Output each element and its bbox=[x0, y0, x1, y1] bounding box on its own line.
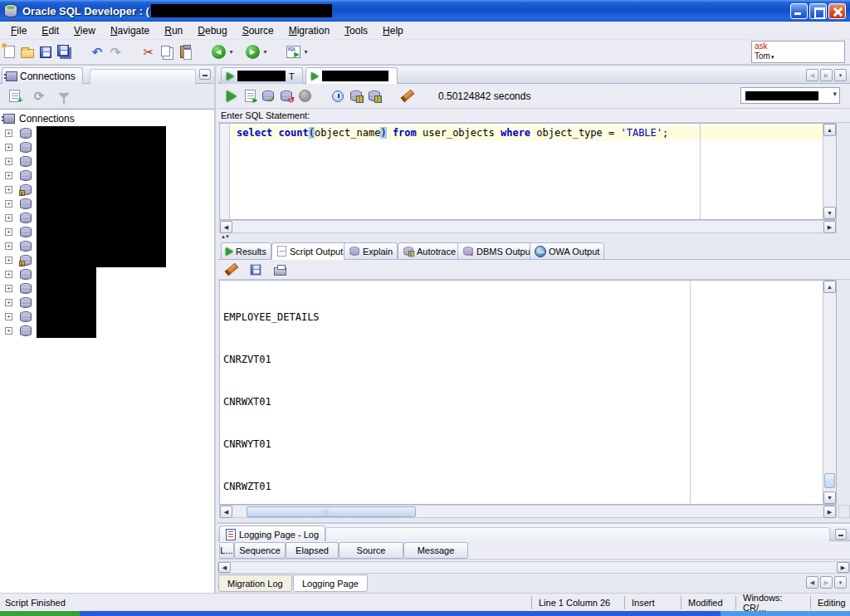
menu-file[interactable]: File bbox=[3, 23, 34, 38]
filter-button[interactable] bbox=[55, 87, 73, 105]
expand-icon[interactable] bbox=[5, 214, 12, 222]
dbms-profile-button[interactable] bbox=[365, 87, 383, 105]
cancel-button[interactable] bbox=[296, 87, 314, 105]
tab-dbms-output[interactable]: DBMS Output bbox=[457, 242, 538, 260]
menu-help[interactable]: Help bbox=[375, 23, 411, 38]
refresh-button[interactable] bbox=[30, 87, 48, 105]
expand-icon[interactable] bbox=[5, 228, 12, 236]
worksheet-tab-2[interactable] bbox=[305, 67, 398, 84]
autotrace-button[interactable] bbox=[347, 87, 365, 105]
clear-output-button[interactable] bbox=[222, 261, 241, 279]
cut-button[interactable]: ✂ bbox=[139, 43, 158, 61]
menu-navigate[interactable]: Navigate bbox=[103, 23, 157, 38]
scroll-right-button[interactable] bbox=[837, 562, 849, 573]
output-horizontal-scrollbar[interactable] bbox=[219, 505, 837, 518]
close-button[interactable] bbox=[828, 3, 846, 19]
menu-tools[interactable]: Tools bbox=[337, 23, 375, 38]
logging-page-tab[interactable]: Logging Page - Log bbox=[219, 526, 325, 543]
execute-statement-button[interactable] bbox=[222, 87, 241, 105]
connection-row[interactable] bbox=[0, 267, 214, 281]
connection-row[interactable] bbox=[0, 197, 214, 211]
connections-tab[interactable]: Connections bbox=[2, 67, 83, 84]
scroll-right-button[interactable] bbox=[823, 221, 836, 233]
scroll-left-button[interactable] bbox=[220, 221, 232, 233]
forward-dropdown[interactable] bbox=[261, 44, 269, 61]
column-header-elapsed[interactable]: Elapsed bbox=[286, 542, 339, 559]
connection-row[interactable] bbox=[0, 281, 214, 296]
sql-worksheet-button[interactable]: SQL bbox=[284, 43, 302, 61]
tab-owa-output[interactable]: OWA Output bbox=[530, 242, 604, 260]
menu-view[interactable]: View bbox=[66, 23, 103, 38]
tab-explain[interactable]: Explain bbox=[344, 242, 398, 260]
tab-autotrace[interactable]: Autotrace bbox=[398, 242, 461, 260]
connection-row[interactable] bbox=[0, 296, 214, 310]
expand-icon[interactable] bbox=[5, 200, 12, 208]
tree-root[interactable]: Connections bbox=[0, 110, 214, 126]
minimize-button[interactable] bbox=[790, 3, 808, 19]
log-horizontal-scrollbar[interactable] bbox=[217, 561, 850, 574]
tab-list-dropdown[interactable] bbox=[834, 576, 847, 589]
ask-tom-widget[interactable]: ask Tom bbox=[751, 41, 845, 63]
column-header-source[interactable]: Source bbox=[339, 542, 403, 559]
explain-plan-button[interactable] bbox=[329, 87, 347, 105]
column-header-level[interactable]: L... bbox=[219, 542, 234, 559]
connection-selector[interactable] bbox=[740, 87, 840, 104]
log-panel-minimize-button[interactable] bbox=[835, 529, 847, 540]
new-file-button[interactable] bbox=[0, 43, 18, 61]
scroll-left-button[interactable] bbox=[218, 562, 231, 573]
tab-scroll-right-button[interactable] bbox=[820, 69, 833, 81]
tab-scroll-right-button[interactable] bbox=[820, 576, 833, 589]
tab-script-output[interactable]: Script Output bbox=[271, 242, 348, 260]
menu-source[interactable]: Source bbox=[235, 23, 281, 38]
connection-row[interactable] bbox=[0, 140, 214, 154]
save-output-button[interactable] bbox=[247, 261, 265, 279]
expand-icon[interactable] bbox=[5, 158, 12, 165]
sql-statement[interactable]: select count(object_name) from user_obje… bbox=[231, 125, 823, 140]
commit-button[interactable] bbox=[259, 87, 277, 105]
splitter-handle[interactable] bbox=[221, 234, 229, 239]
paste-button[interactable] bbox=[176, 43, 194, 61]
scroll-left-button[interactable] bbox=[220, 506, 232, 518]
sql-worksheet-dropdown[interactable] bbox=[302, 44, 310, 61]
connection-row[interactable] bbox=[0, 324, 214, 338]
scroll-down-button[interactable] bbox=[823, 207, 836, 219]
rollback-button[interactable] bbox=[277, 87, 296, 105]
connection-row[interactable] bbox=[0, 169, 214, 183]
expand-icon[interactable] bbox=[5, 257, 12, 264]
connection-row[interactable] bbox=[0, 239, 214, 253]
forward-button[interactable] bbox=[243, 43, 261, 61]
worksheet-tab-1[interactable]: T bbox=[221, 67, 303, 84]
tab-results[interactable]: Results bbox=[221, 242, 271, 260]
expand-icon[interactable] bbox=[5, 172, 12, 179]
connections-tree[interactable]: Connections E E bbox=[0, 109, 214, 593]
expand-icon[interactable] bbox=[5, 186, 12, 193]
tab-scroll-left-button[interactable] bbox=[806, 576, 818, 589]
scroll-right-button[interactable] bbox=[823, 506, 836, 518]
script-output-area[interactable]: EMPLOYEE_DETAILS CNRZVT01 CNRWXT01 CNRWY… bbox=[219, 280, 837, 505]
new-connection-button[interactable]: + bbox=[5, 87, 23, 105]
expand-icon[interactable] bbox=[5, 285, 12, 292]
back-button[interactable] bbox=[209, 43, 227, 61]
expand-icon[interactable] bbox=[5, 327, 12, 335]
connection-row[interactable]: E bbox=[0, 183, 214, 197]
connection-row[interactable] bbox=[0, 126, 214, 140]
column-header-message[interactable]: Message bbox=[403, 542, 468, 559]
tab-migration-log[interactable]: Migration Log bbox=[218, 574, 292, 592]
save-button[interactable] bbox=[37, 43, 55, 61]
connection-row[interactable] bbox=[0, 310, 214, 324]
expand-icon[interactable] bbox=[5, 299, 12, 306]
panel-minimize-button[interactable] bbox=[199, 69, 211, 80]
run-script-button[interactable]: ▶ bbox=[241, 87, 259, 105]
editor-vertical-scrollbar[interactable] bbox=[823, 124, 836, 219]
column-header-sequence[interactable]: Sequence bbox=[234, 542, 286, 559]
expand-icon[interactable] bbox=[5, 242, 12, 250]
menu-edit[interactable]: Edit bbox=[34, 23, 66, 38]
expand-icon[interactable] bbox=[5, 144, 12, 151]
scroll-up-button[interactable] bbox=[823, 281, 836, 293]
scrollbar-thumb[interactable] bbox=[824, 473, 835, 488]
connection-row[interactable]: E bbox=[0, 253, 214, 267]
menu-migration[interactable]: Migration bbox=[281, 23, 337, 38]
maximize-button[interactable] bbox=[809, 3, 827, 19]
expand-icon[interactable] bbox=[5, 313, 12, 320]
undo-button[interactable]: ↶ bbox=[88, 43, 106, 61]
